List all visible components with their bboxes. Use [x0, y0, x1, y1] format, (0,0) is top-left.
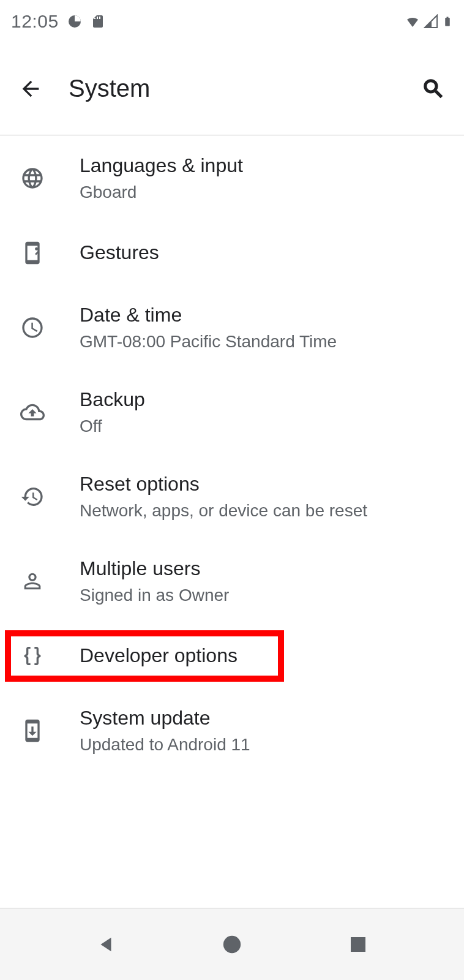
triangle-back-icon: [95, 934, 116, 955]
item-title: Gestures: [80, 240, 447, 266]
list-item-backup[interactable]: Backup Off: [0, 370, 464, 454]
square-recents-icon: [348, 935, 368, 954]
item-subtitle: Off: [80, 415, 447, 437]
status-bar: 12:05: [0, 0, 464, 43]
item-subtitle: GMT-08:00 Pacific Standard Time: [80, 331, 447, 353]
globe-icon: [17, 163, 48, 194]
cloud-upload-icon: [17, 397, 48, 428]
wifi-icon: [405, 14, 420, 29]
search-button[interactable]: [420, 75, 447, 102]
list-item-gestures[interactable]: Gestures: [0, 221, 464, 285]
back-button[interactable]: [17, 75, 44, 102]
list-item-multiusers[interactable]: Multiple users Signed in as Owner: [0, 539, 464, 624]
system-update-icon: [17, 715, 48, 746]
circle-home-icon: [222, 934, 242, 955]
signal-icon: [424, 14, 438, 29]
gestures-icon: [17, 238, 48, 268]
item-title: System update: [80, 706, 447, 731]
item-title: Date & time: [80, 303, 447, 328]
list-item-reset[interactable]: Reset options Network, apps, or device c…: [0, 454, 464, 539]
list-item-datetime[interactable]: Date & time GMT-08:00 Pacific Standard T…: [0, 285, 464, 370]
item-subtitle: Updated to Android 11: [80, 734, 447, 756]
person-icon: [17, 566, 48, 597]
item-title: Multiple users: [80, 556, 447, 582]
svg-rect-3: [351, 937, 365, 952]
header: System: [0, 43, 464, 135]
item-subtitle: Gboard: [80, 181, 447, 203]
nav-back-button[interactable]: [81, 920, 130, 969]
back-arrow-icon: [18, 77, 43, 101]
svg-point-1: [35, 247, 38, 251]
item-title: Languages & input: [80, 153, 447, 179]
battery-icon: [442, 14, 453, 29]
settings-list: Languages & input Gboard Gestures Date &…: [0, 135, 464, 773]
list-item-update[interactable]: System update Updated to Android 11: [0, 688, 464, 773]
item-subtitle: Signed in as Owner: [80, 584, 447, 606]
item-title: Reset options: [80, 472, 447, 497]
list-item-developer[interactable]: Developer options: [0, 624, 464, 688]
navigation-bar: [0, 908, 464, 980]
notification-icon-1: [67, 14, 82, 29]
item-title: Developer options: [80, 643, 447, 669]
svg-point-2: [223, 936, 241, 953]
item-title: Backup: [80, 387, 447, 413]
status-right: [405, 14, 453, 29]
search-icon: [421, 77, 446, 101]
item-subtitle: Network, apps, or device can be reset: [80, 500, 447, 522]
restore-icon: [17, 481, 48, 512]
page-title: System: [69, 75, 420, 102]
code-braces-icon: [17, 641, 48, 671]
clock-icon: [17, 312, 48, 343]
status-time: 12:05: [11, 11, 59, 32]
sd-card-icon: [91, 14, 105, 29]
nav-home-button[interactable]: [208, 920, 256, 969]
nav-recents-button[interactable]: [334, 920, 383, 969]
list-item-languages[interactable]: Languages & input Gboard: [0, 136, 464, 221]
status-left: 12:05: [11, 11, 105, 32]
